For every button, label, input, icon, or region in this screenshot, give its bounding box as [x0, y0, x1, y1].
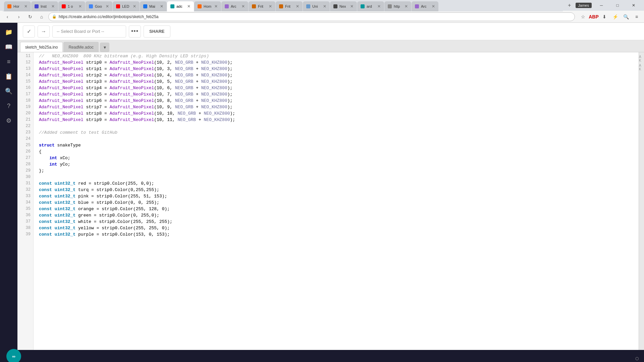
- code-line-23: //Added comment to test GitHub: [39, 129, 633, 136]
- browser-tab-home1[interactable]: Hor ✕: [4, 1, 31, 11]
- code-line-18: Adafruit_NeoPixel strip6 = Adafruit_NeoP…: [39, 98, 633, 104]
- book-icon[interactable]: 📖: [2, 40, 15, 54]
- address-text: https://create.arduino.cc/editor/jimboto…: [59, 14, 571, 19]
- list-icon[interactable]: ≡: [2, 55, 15, 68]
- browser-actions: ☆ ABP ⬇ ⚡ 🔍 ≡: [578, 12, 641, 21]
- browser-tab-google[interactable]: Goo ✕: [86, 1, 112, 11]
- browser-tab-home2[interactable]: Hom ✕: [194, 1, 221, 11]
- connection-icon: ⬡: [635, 356, 639, 361]
- browser-tab-uni[interactable]: Uni ✕: [303, 1, 330, 11]
- code-line-27: int xCo;: [39, 155, 633, 161]
- code-line-35: const uint32_t orange = strip0.Color(255…: [39, 206, 633, 212]
- user-badge: James: [576, 3, 592, 8]
- secure-icon: 🔒: [52, 14, 57, 19]
- code-line-30: [39, 174, 633, 180]
- file-tabs: sketch_feb25a.inoReadMe.adoc▾: [17, 40, 644, 52]
- back-button[interactable]: ‹: [3, 12, 12, 21]
- verify-button[interactable]: ✓: [23, 25, 35, 38]
- code-line-11: // NEO_KHZ800 800 KHz bitstream (e.g. Hi…: [39, 53, 633, 59]
- arduino-create-bar: ∞ CREATE ⬡: [0, 350, 644, 362]
- app-layout: 📁📖≡📋🔍?⚙ ✓ → -- Select Board or Port -- •…: [0, 23, 644, 350]
- file-tab-ReadMe-adoc[interactable]: ReadMe.adoc: [63, 42, 99, 52]
- code-line-20: Adafruit_NeoPixel strip8 = Adafruit_NeoP…: [39, 110, 633, 117]
- browser-titlebar: Hor ✕ Inst ✕ 1 o ✕ Goo ✕ LED ✕ Mai ✕ adc…: [0, 0, 644, 11]
- code-line-25: struct snakeType: [39, 142, 633, 148]
- svg-text:∞: ∞: [12, 354, 15, 359]
- more-options-button[interactable]: •••: [129, 25, 141, 38]
- add-file-tab-button[interactable]: ▾: [100, 43, 109, 52]
- browser-tab-arduino[interactable]: adc ✕: [167, 1, 194, 11]
- code-line-14: Adafruit_NeoPixel strip2 = Adafruit_NeoP…: [39, 72, 633, 78]
- adblock-button[interactable]: ABP: [589, 12, 598, 21]
- code-content[interactable]: // NEO_KHZ800 800 KHz bitstream (e.g. Hi…: [34, 52, 639, 350]
- code-line-36: const uint32_t green = strip0.Color(0, 2…: [39, 212, 633, 219]
- extension2-button[interactable]: ⚡: [610, 12, 620, 21]
- window-controls: James ─ □ ✕: [576, 0, 641, 11]
- toolbar: ✓ → -- Select Board or Port -- ••• SHARE: [17, 23, 644, 40]
- code-line-31: const uint32_t red = strip0.Color(255, 0…: [39, 180, 633, 187]
- code-line-26: {: [39, 148, 633, 155]
- browser-tab-arc2[interactable]: Arc ✕: [412, 1, 438, 11]
- right-panel: A K A K: [639, 52, 644, 350]
- browser-tab-fritz1[interactable]: Frit ✕: [249, 1, 275, 11]
- search-button[interactable]: 🔍: [621, 12, 631, 21]
- file-tab-sketch_feb25a-ino[interactable]: sketch_feb25a.ino: [20, 42, 63, 52]
- code-editor[interactable]: 1112131415161718192021222324252627282930…: [17, 52, 639, 350]
- line-numbers: 1112131415161718192021222324252627282930…: [17, 52, 34, 350]
- browser-tab-http[interactable]: http ✕: [384, 1, 411, 11]
- calendar-icon[interactable]: 📋: [2, 70, 15, 83]
- sidebar: 📁📖≡📋🔍?⚙: [0, 23, 17, 350]
- share-button[interactable]: SHARE: [144, 25, 170, 38]
- maximize-button[interactable]: □: [610, 0, 625, 11]
- code-line-28: int yCo;: [39, 161, 633, 168]
- code-line-19: Adafruit_NeoPixel strip7 = Adafruit_NeoP…: [39, 104, 633, 110]
- extension1-button[interactable]: ⬇: [600, 12, 609, 21]
- upload-button[interactable]: →: [38, 25, 50, 38]
- editor-wrapper: 1112131415161718192021222324252627282930…: [17, 52, 644, 350]
- code-line-15: Adafruit_NeoPixel strip3 = Adafruit_NeoP…: [39, 78, 633, 85]
- browser-tab-inst[interactable]: Inst ✕: [31, 1, 58, 11]
- code-line-16: Adafruit_NeoPixel strip4 = Adafruit_NeoP…: [39, 85, 633, 91]
- address-bar[interactable]: 🔒 https://create.arduino.cc/editor/jimbo…: [48, 12, 575, 21]
- code-line-22: [39, 123, 633, 129]
- code-line-37: const uint32_t white = strip0.Color(255,…: [39, 219, 633, 225]
- address-bar-row: ‹ › ↻ ⌂ 🔒 https://create.arduino.cc/edit…: [0, 11, 644, 23]
- editor-area: ✓ → -- Select Board or Port -- ••• SHARE…: [17, 23, 644, 350]
- code-line-17: Adafruit_NeoPixel strip5 = Adafruit_NeoP…: [39, 91, 633, 98]
- bookmark-button[interactable]: ☆: [578, 12, 588, 21]
- menu-button[interactable]: ≡: [632, 12, 641, 21]
- settings-icon[interactable]: ⚙: [2, 114, 15, 127]
- code-line-38: const uint32_t yellow = strip0.Color(255…: [39, 225, 633, 231]
- help-icon[interactable]: ?: [2, 99, 15, 113]
- browser-tab-youtube1[interactable]: 1 o ✕: [58, 1, 85, 11]
- code-line-21: Adafruit_NeoPixel strip9 = Adafruit_NeoP…: [39, 117, 633, 123]
- browser-tab-ard2[interactable]: ard ✕: [357, 1, 384, 11]
- code-line-12: Adafruit_NeoPixel strip0 = Adafruit_NeoP…: [39, 59, 633, 66]
- code-line-32: const uint32_t turq = strip0.Color(0,255…: [39, 187, 633, 193]
- home-button[interactable]: ⌂: [37, 12, 46, 21]
- zoom-out-button[interactable]: A K: [639, 64, 644, 71]
- code-line-29: };: [39, 168, 633, 174]
- code-line-33: const uint32_t pink = strip0.Color(255, …: [39, 193, 633, 199]
- browser-tab-fritz2[interactable]: Frit ✕: [276, 1, 303, 11]
- arduino-logo: ∞: [6, 349, 21, 362]
- close-button[interactable]: ✕: [626, 0, 641, 11]
- folder-icon[interactable]: 📁: [2, 25, 15, 39]
- code-line-24: [39, 136, 633, 142]
- search-icon[interactable]: 🔍: [2, 84, 15, 98]
- board-select[interactable]: -- Select Board or Port --: [52, 25, 126, 38]
- browser-tab-mail[interactable]: Mai ✕: [140, 1, 167, 11]
- code-line-13: Adafruit_NeoPixel strip1 = Adafruit_NeoP…: [39, 66, 633, 72]
- refresh-button[interactable]: ↻: [25, 12, 35, 21]
- board-select-text: -- Select Board or Port --: [57, 29, 104, 34]
- zoom-in-button[interactable]: A K: [639, 55, 644, 62]
- new-tab-button[interactable]: +: [565, 1, 574, 10]
- code-line-39: const uint32_t purple = strip0.Color(153…: [39, 231, 633, 238]
- browser-tab-nex[interactable]: Nex ✕: [330, 1, 357, 11]
- code-line-34: const uint32_t blue = strip0.Color(0, 0,…: [39, 199, 633, 206]
- minimize-button[interactable]: ─: [594, 0, 609, 11]
- browser-tab-led[interactable]: LED ✕: [113, 1, 140, 11]
- forward-button[interactable]: ›: [14, 12, 23, 21]
- browser-tab-arc1[interactable]: Arc ✕: [221, 1, 248, 11]
- arduino-logo-area: ∞ CREATE: [5, 349, 22, 362]
